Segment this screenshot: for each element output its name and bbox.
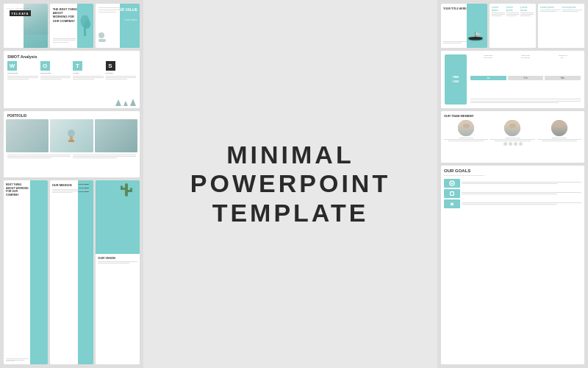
left-bottom-row: BEST THING ABOUT WORKING FOR OUR COMPANY… (4, 180, 140, 364)
svg-rect-14 (451, 192, 454, 196)
plant-icon (79, 15, 90, 36)
cactus-icon (119, 182, 134, 198)
cactus-illustration (119, 182, 134, 201)
goal-teal-box-1 (444, 179, 460, 188)
swot-lines-t (73, 76, 104, 79)
team-member-3: SUBTITLE EXAMPLE (537, 120, 581, 141)
swot-letter-o: O (40, 61, 50, 71)
avatar-3 (551, 120, 567, 136)
swot-letter-w: W (7, 61, 17, 71)
goal-icon-2 (449, 191, 455, 197)
swot-lines-w (7, 76, 38, 79)
port-img-1 (6, 119, 49, 152)
left-top-row: TELKATA MINIMAL PRESENTATION THE BEST TH… (4, 4, 140, 48)
best-thing-title: THE BEST THING ABOUT WORKING FOR OUR COM… (53, 7, 77, 23)
slide-telkata[interactable]: TELKATA MINIMAL PRESENTATION (4, 4, 48, 48)
month-feb: Feb (508, 76, 544, 80)
slide-our-value[interactable]: OUR VALUE Lorem Ipsum (96, 4, 140, 48)
swot-label-s: Strengths (106, 72, 137, 74)
vision-title: OUR VISION (98, 256, 137, 260)
lorem-col-1: Lorem Ipsum (492, 6, 505, 46)
portfolio-images (4, 119, 140, 152)
timeline-label-area: TIMELINE (445, 54, 467, 105)
svg-point-2 (85, 20, 90, 29)
goals-title-text: OUR GOALS (444, 169, 581, 173)
team-title-text: OUR TEAM MEMBER (444, 114, 581, 118)
best-small-title: BEST THING ABOUT WORKING FOR OUR COMPANY (6, 183, 29, 197)
telkata-logo: TELKATA (10, 10, 31, 16)
lorem-col-3: Lorem Ipsum (520, 6, 534, 46)
right-top-row: YOUR TITLE HERE Lorem Ipsum Lorem Ipsum (441, 4, 584, 48)
portfolio-text-area (4, 152, 140, 161)
svg-rect-5 (68, 140, 74, 142)
goals-items-list (444, 179, 581, 208)
swot-o: O Opportunities (40, 61, 71, 101)
swot-label-t: Threats (73, 72, 104, 74)
slide-lorem-3col[interactable]: Lorem Ipsum Lorem Ipsum Lorem Ipsum (490, 4, 536, 48)
timeline-label: TIMELINE (452, 75, 459, 83)
timeline-content: SUBTITLEEXAMPLE SUBTITLEEXAMPLE SUBTITLE… (470, 54, 581, 105)
swot-title: SWOT Analysis (7, 54, 136, 59)
goal-item-text-2 (462, 192, 581, 195)
goal-item-text-1 (462, 182, 581, 185)
timeline-labels: SUBTITLEEXAMPLE SUBTITLEEXAMPLE SUBTITLE… (470, 54, 581, 59)
member-2-name: SUBTITLE EXAMPLE (506, 137, 520, 138)
slide-best-small[interactable]: BEST THING ABOUT WORKING FOR OUR COMPANY… (4, 180, 48, 364)
month-mar: Mar (545, 76, 581, 80)
swot-trees (4, 99, 140, 106)
th-title: YOUR TITLE HERE (443, 7, 467, 11)
avatar-2 (504, 120, 520, 136)
goal-icon-3 (449, 201, 455, 207)
svg-point-3 (68, 130, 75, 137)
teal-right-panel (77, 4, 94, 48)
slide-our-mission[interactable]: OUR MISSION TITLE HERE TITLE HERE TITLE … (50, 180, 94, 364)
teal-overlay (24, 35, 48, 48)
social-icons (444, 142, 581, 146)
th-lines (443, 41, 467, 44)
port-img-3 (95, 119, 137, 152)
month-jan: Jan (470, 76, 506, 80)
svg-rect-10 (130, 188, 132, 192)
mission-title: OUR MISSION (52, 183, 79, 187)
swot-label-w: Weaknesses (7, 72, 38, 74)
page-container: TELKATA MINIMAL PRESENTATION THE BEST TH… (0, 0, 588, 368)
slide-best-thing[interactable]: THE BEST THING ABOUT WORKING FOR OUR COM… (50, 4, 94, 48)
main-title-line3: TEMPLATE (190, 199, 390, 227)
mission-content: OUR MISSION (52, 183, 79, 194)
timeline-lines (470, 99, 581, 105)
portfolio-text-left (7, 155, 71, 160)
avatar-1 (458, 120, 474, 136)
slide-our-vision[interactable]: OUR VISION (96, 180, 140, 364)
goal-teal-box-3 (444, 199, 460, 208)
slide-goals[interactable]: OUR GOALS Lorem ipsum dolor sit amet tex… (441, 166, 584, 364)
best-small-bg (30, 180, 48, 364)
lorem-p-col-2: Lorem Ipsum (562, 6, 583, 46)
swot-s: S Strengths (106, 61, 137, 101)
swot-w: W Weaknesses (7, 61, 38, 101)
port-img-2 (50, 119, 93, 152)
portfolio-text-right (73, 155, 136, 160)
slide-portfolio[interactable]: PORTFOLIO (4, 111, 140, 177)
portfolio-title: PORTFOLIO (4, 111, 140, 119)
mission-right-titles: TITLE HERE TITLE HERE TITLE HERE (78, 183, 91, 193)
timeline-months: Jan Feb Mar (470, 76, 581, 80)
right-column: YOUR TITLE HERE Lorem Ipsum Lorem Ipsum (437, 0, 588, 368)
center-column: MINIMAL POWERPOINT TEMPLATE (143, 0, 437, 368)
goal-item-1 (444, 179, 581, 188)
slide-timeline[interactable]: TIMELINE SUBTITLEEXAMPLE SUBTITLEEXAMPLE… (441, 51, 584, 108)
main-title-line1: MINIMAL (190, 141, 390, 169)
slide-lorem-partial[interactable]: Lorem Ipsum Lorem Ipsum (538, 4, 584, 48)
boat-illustration (467, 30, 485, 44)
lorem-col1-title: Lorem Ipsum (492, 6, 505, 12)
slide-swot[interactable]: SWOT Analysis W Weaknesses O Opportuniti… (4, 51, 140, 108)
lorem-text: Lorem ipsum (6, 360, 15, 361)
mission-teal-right (78, 180, 93, 364)
main-title-line2: POWERPOINT (190, 169, 390, 198)
best-thing-lines (53, 38, 76, 43)
member-3-name: SUBTITLE EXAMPLE (552, 137, 567, 138)
goal-icon-1 (449, 180, 455, 186)
swot-t: T Threats (73, 61, 104, 101)
slide-title-here-boat[interactable]: YOUR TITLE HERE (441, 4, 487, 48)
vision-content: OUR VISION (96, 254, 140, 266)
slide-team[interactable]: OUR TEAM MEMBER SUBTITLE EXAMPLE SUBTITL… (441, 111, 584, 163)
